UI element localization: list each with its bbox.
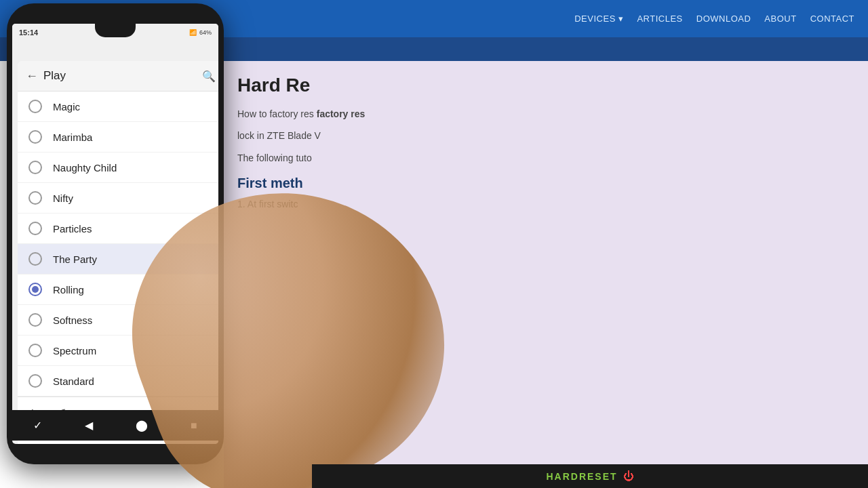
list-item-rolling[interactable]: Rolling <box>18 274 218 305</box>
radio-theparty[interactable] <box>28 252 42 266</box>
radio-standard[interactable] <box>28 374 42 388</box>
list-item-spectrum[interactable]: Spectrum <box>18 336 218 366</box>
label-nifty: Nifty <box>53 192 73 204</box>
phone-bottom-nav: ✓ ◀ ⬤ ■ <box>12 410 218 441</box>
power-icon: ⏻ <box>623 470 634 483</box>
list-item-marimba[interactable]: Marimba <box>18 122 218 152</box>
list-item-magic[interactable]: Magic <box>18 92 218 122</box>
search-icon[interactable]: 🔍 <box>202 70 216 83</box>
radio-naughtychild[interactable] <box>28 161 42 174</box>
nav-home-icon[interactable]: ⬤ <box>136 419 148 432</box>
radio-marimba[interactable] <box>28 130 42 144</box>
label-marimba: Marimba <box>53 131 92 143</box>
list-item-particles[interactable]: Particles <box>18 214 218 244</box>
nav-links: DEVICES ▾ ARTICLES DOWNLOAD ABOUT CONTAC… <box>574 14 854 24</box>
list-item-theparty[interactable]: The Party <box>18 244 218 274</box>
nav-articles[interactable]: ARTICLES <box>637 14 682 24</box>
list-item-standard[interactable]: Standard <box>18 366 218 396</box>
radio-softness[interactable] <box>28 313 42 327</box>
label-naughtychild: Naughty Child <box>53 162 117 174</box>
label-standard: Standard <box>53 375 94 387</box>
back-icon[interactable]: ← <box>26 69 38 83</box>
main-content: Hard Re How to factory res factory res l… <box>224 61 868 488</box>
bottom-bar: HARDRESET ⏻ <box>312 464 868 488</box>
status-time: 15:14 <box>19 28 38 37</box>
wifi-icon: 📶 <box>189 29 197 36</box>
radio-rolling[interactable] <box>28 283 42 296</box>
section-heading: First meth <box>237 176 854 191</box>
content-para2: lock in ZTE Blade V <box>237 128 854 143</box>
label-theparty: The Party <box>53 253 97 265</box>
radio-nifty[interactable] <box>28 191 42 205</box>
nav-back-icon[interactable]: ◀ <box>85 419 93 432</box>
step1: 1. At first switc <box>237 197 854 211</box>
nav-download[interactable]: DOWNLOAD <box>696 14 751 24</box>
label-spectrum: Spectrum <box>53 345 96 357</box>
phone-screen: 15:14 📶 64% ← Play 🔍 Magic <box>12 24 218 444</box>
content-para3: The following tuto <box>237 150 854 165</box>
bottom-bar-text: HARDRESET <box>546 471 617 482</box>
list-item-softness[interactable]: Softness <box>18 305 218 336</box>
page-title: Hard Re <box>237 75 854 96</box>
label-rolling: Rolling <box>53 284 84 296</box>
ringtone-dialog[interactable]: ← Play 🔍 Magic Marimba Naughty Ch <box>18 61 218 444</box>
phone-notch <box>95 24 136 37</box>
content-para1: How to factory res factory res <box>237 106 854 121</box>
phone-body: 15:14 📶 64% ← Play 🔍 Magic <box>7 3 224 464</box>
radio-magic[interactable] <box>28 100 42 113</box>
list-item-naughtychild[interactable]: Naughty Child <box>18 152 218 183</box>
nav-devices[interactable]: DEVICES ▾ <box>574 14 623 24</box>
label-softness: Softness <box>53 314 92 326</box>
ringtone-list: Magic Marimba Naughty Child Nifty <box>18 92 218 415</box>
list-item-nifty[interactable]: Nifty <box>18 183 218 214</box>
nav-contact[interactable]: CONTACT <box>810 14 854 24</box>
dialog-topbar: ← Play 🔍 <box>18 61 218 92</box>
radio-spectrum[interactable] <box>28 344 42 357</box>
nav-square-icon[interactable]: ■ <box>191 420 197 432</box>
nav-about[interactable]: ABOUT <box>764 14 796 24</box>
label-magic: Magic <box>53 101 80 113</box>
status-icons: 📶 64% <box>189 29 212 36</box>
battery-icon: 64% <box>199 29 212 36</box>
nav-check-icon[interactable]: ✓ <box>33 419 42 432</box>
label-particles: Particles <box>53 223 92 235</box>
radio-particles[interactable] <box>28 222 42 235</box>
dialog-title: Play <box>43 69 202 83</box>
radio-rolling-inner <box>32 286 39 293</box>
